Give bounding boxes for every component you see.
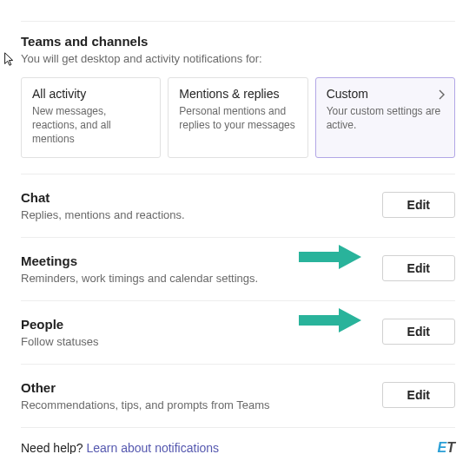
watermark-icon: ET [438, 440, 455, 454]
section-chat: Chat Replies, mentions and reactions. Ed… [21, 174, 455, 238]
help-line: Need help? Learn about notifications ET [21, 428, 455, 454]
section-meetings: Meetings Reminders, work timings and cal… [21, 238, 455, 301]
card-desc: New messages, reactions, and all mention… [32, 104, 149, 147]
other-edit-button[interactable]: Edit [382, 382, 455, 408]
meetings-desc: Reminders, work timings and calendar set… [21, 272, 382, 285]
card-desc: Personal mentions and replies to your me… [179, 104, 296, 132]
teams-channels-subtitle: You will get desktop and activity notifi… [21, 52, 455, 65]
teams-channels-cards: All activity New messages, reactions, an… [21, 77, 455, 158]
card-mentions-replies[interactable]: Mentions & replies Personal mentions and… [168, 77, 307, 158]
learn-about-notifications-link[interactable]: Learn about notifications [87, 441, 220, 454]
other-desc: Recommendations, tips, and prompts from … [21, 398, 382, 411]
watermark-e: E [438, 440, 447, 454]
card-title: Mentions & replies [179, 87, 296, 101]
section-other: Other Recommendations, tips, and prompts… [21, 365, 455, 428]
chat-edit-button[interactable]: Edit [382, 192, 455, 218]
people-title: People [21, 317, 382, 332]
people-edit-button[interactable]: Edit [382, 319, 455, 345]
watermark-t: T [446, 440, 455, 454]
chat-desc: Replies, mentions and reactions. [21, 208, 382, 221]
teams-channels-title: Teams and channels [21, 34, 455, 49]
cursor-icon [3, 52, 16, 68]
people-desc: Follow statuses [21, 335, 382, 348]
meetings-title: Meetings [21, 253, 382, 268]
other-title: Other [21, 380, 382, 395]
card-desc: Your custom settings are active. [327, 104, 444, 132]
section-teams-channels: Teams and channels You will get desktop … [21, 21, 455, 174]
card-custom[interactable]: Custom Your custom settings are active. [315, 77, 455, 158]
card-all-activity[interactable]: All activity New messages, reactions, an… [21, 77, 161, 158]
chevron-right-icon [437, 89, 446, 102]
help-prefix: Need help? [21, 441, 87, 454]
card-title: All activity [32, 87, 149, 101]
section-people: People Follow statuses Edit [21, 301, 455, 365]
chat-title: Chat [21, 190, 382, 205]
card-title: Custom [327, 87, 444, 101]
meetings-edit-button[interactable]: Edit [382, 255, 455, 281]
